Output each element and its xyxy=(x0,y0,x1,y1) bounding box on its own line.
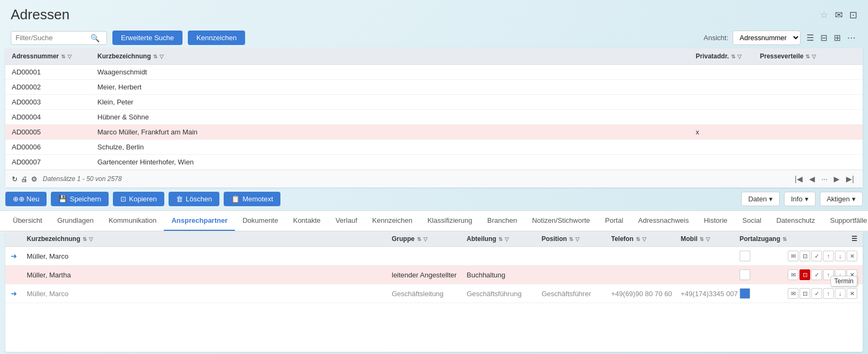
refresh-icon[interactable]: ↻ xyxy=(12,175,18,183)
kopieren-button[interactable]: ⊡ Kopieren xyxy=(113,192,164,206)
daten-button[interactable]: Daten ▾ xyxy=(741,192,780,206)
portal-checkbox-2[interactable] xyxy=(740,269,750,280)
aktigen-button[interactable]: Aktigen ▾ xyxy=(820,192,863,206)
window-icon[interactable]: ⊡ xyxy=(849,9,857,21)
tab-historie[interactable]: Historie xyxy=(696,211,735,231)
split-view-icon[interactable]: ⊞ xyxy=(832,31,842,44)
sort-icon-4[interactable]: ⇅ xyxy=(805,54,810,59)
next-page-btn[interactable]: ▶ xyxy=(832,174,842,184)
filter-icon-3[interactable]: ▽ xyxy=(737,54,742,59)
chevron-down-icon-2: ▾ xyxy=(805,195,809,203)
mail-icon[interactable]: ✉ xyxy=(835,9,843,21)
ellipsis: ··· xyxy=(819,174,830,184)
tab-social[interactable]: Social xyxy=(735,211,768,231)
row-arrow-icon-3[interactable]: ➜ xyxy=(11,289,17,298)
table-row[interactable]: AD00001 Waagenschmidt xyxy=(5,65,863,80)
action-delete-btn[interactable]: ✕ xyxy=(847,251,857,261)
action-down-btn-3[interactable]: ↓ xyxy=(835,288,846,299)
row-arrow-icon[interactable]: ➜ xyxy=(11,252,17,260)
sub-filter-icon[interactable]: ▽ xyxy=(89,236,93,242)
table-row[interactable]: AD00004 Hübner & Söhne xyxy=(5,110,863,125)
sub-sort-icon[interactable]: ⇅ xyxy=(82,236,87,242)
tab-adressnachweis[interactable]: Adressnachweis xyxy=(631,211,697,231)
tab-grundlagen[interactable]: Grundlagen xyxy=(50,211,101,231)
print-icon[interactable]: 🖨 xyxy=(21,175,28,183)
list-view-icon[interactable]: ☰ xyxy=(805,31,816,44)
action-check-btn[interactable]: ✓ xyxy=(811,251,822,261)
tab-supportfalle[interactable]: Supportfälle xyxy=(823,211,868,231)
tab-portal[interactable]: Portal xyxy=(598,211,631,231)
filter-icon[interactable]: ▽ xyxy=(67,54,72,59)
first-page-btn[interactable]: |◀ xyxy=(793,174,805,184)
prev-page-btn[interactable]: ◀ xyxy=(807,174,817,184)
sub-filter-icon-5[interactable]: ▽ xyxy=(642,236,646,242)
sub-sort-icon-3[interactable]: ⇅ xyxy=(498,236,502,242)
tab-verlauf[interactable]: Verlauf xyxy=(328,211,364,231)
portal-checkbox-3[interactable] xyxy=(740,288,750,299)
action-delete-btn-3[interactable]: ✕ xyxy=(847,288,857,299)
action-check-btn-2[interactable]: ✓ xyxy=(811,269,822,280)
last-page-btn[interactable]: ▶| xyxy=(844,174,856,184)
sub-cell-actions: ✉ ⊡ ✓ ↑ ↓ ✕ xyxy=(793,251,857,261)
action-up-btn-3[interactable]: ↑ xyxy=(823,288,834,299)
sub-sort-icon-2[interactable]: ⇅ xyxy=(417,236,421,242)
action-down-btn[interactable]: ↓ xyxy=(835,251,846,261)
sub-filter-icon-3[interactable]: ▽ xyxy=(505,236,509,242)
neu-button[interactable]: ⊕ ⊕ Neu xyxy=(5,192,47,206)
table-row-selected[interactable]: AD00005 Marco Müller, Frankfurt am Main … xyxy=(5,125,863,140)
sub-filter-icon-4[interactable]: ▽ xyxy=(575,236,580,242)
erweiterte-suche-button[interactable]: Erweiterte Suche xyxy=(112,31,182,45)
action-mail-btn-3[interactable]: ✉ xyxy=(788,288,798,299)
action-mail-btn-2[interactable]: ✉ xyxy=(788,269,798,280)
action-copy-btn[interactable]: ⊡ xyxy=(800,251,810,261)
action-copy-btn-2[interactable]: ⊡ xyxy=(800,269,810,280)
table-row[interactable]: AD00007 Gartencenter Hinterhofer, Wien xyxy=(5,155,863,170)
sub-row-highlighted[interactable]: Müller, Martha leitender Angestellter Bu… xyxy=(5,266,863,284)
table-row[interactable]: AD00006 Schulze, Berlin xyxy=(5,140,863,155)
speichern-button[interactable]: 💾 Speichern xyxy=(51,192,109,206)
loeschen-button[interactable]: 🗑 Löschen xyxy=(169,192,219,206)
ansicht-select[interactable]: Adressnummer xyxy=(733,31,801,45)
sub-sort-icon-6[interactable]: ⇅ xyxy=(699,236,704,242)
table-row[interactable]: AD00003 Klein, Peter xyxy=(5,95,863,110)
column-settings-icon[interactable]: ☰ xyxy=(851,235,857,243)
tab-notizen[interactable]: Notizen/Stichworte xyxy=(524,211,597,231)
action-copy-btn-3[interactable]: ⊡ xyxy=(800,288,810,299)
tab-kommunikation[interactable]: Kommunikation xyxy=(101,211,164,231)
portal-checkbox[interactable] xyxy=(740,251,750,261)
search-input[interactable] xyxy=(16,34,90,42)
sub-sort-icon-5[interactable]: ⇅ xyxy=(636,236,640,242)
table-row[interactable]: AD00002 Meier, Herbert xyxy=(5,80,863,95)
sub-row-3[interactable]: ➜ Müller, Marco Geschäftsleitung Geschäf… xyxy=(5,284,863,303)
star-icon[interactable]: ☆ xyxy=(820,9,828,21)
action-mail-btn[interactable]: ✉ xyxy=(788,251,798,261)
tab-datenschutz[interactable]: Datenschutz xyxy=(769,211,823,231)
action-up-btn[interactable]: ↑ xyxy=(823,251,834,261)
tab-ansprechpartner[interactable]: Ansprechpartner xyxy=(164,211,235,231)
sub-col-telefon-header: Telefon ⇅ ▽ xyxy=(611,235,681,243)
filter-icon-4[interactable]: ▽ xyxy=(812,54,816,59)
table-view-icon[interactable]: ⊟ xyxy=(819,31,829,44)
tab-dokumente[interactable]: Dokumente xyxy=(235,211,285,231)
tab-ubersicht[interactable]: Übersicht xyxy=(5,211,50,231)
tab-branchen[interactable]: Branchen xyxy=(480,211,525,231)
sub-filter-icon-6[interactable]: ▽ xyxy=(706,236,710,242)
sub-filter-icon-2[interactable]: ▽ xyxy=(423,236,428,242)
filter-icon-2[interactable]: ▽ xyxy=(159,54,164,59)
sub-sort-icon-4[interactable]: ⇅ xyxy=(569,236,573,242)
tab-klassifizierung[interactable]: Klassifizierung xyxy=(420,211,480,231)
info-button[interactable]: Info ▾ xyxy=(784,192,816,206)
sort-icon-3[interactable]: ⇅ xyxy=(731,54,735,59)
action-check-btn-3[interactable]: ✓ xyxy=(811,288,822,299)
sub-row[interactable]: ➜ Müller, Marco ✉ ⊡ ✓ ↑ ↓ ✕ xyxy=(5,247,863,266)
tab-kontakte[interactable]: Kontakte xyxy=(286,211,328,231)
more-icon[interactable]: ⋯ xyxy=(846,31,857,44)
search-box[interactable]: 🔍 xyxy=(11,31,107,45)
settings-icon[interactable]: ⚙ xyxy=(31,175,37,183)
sort-icon[interactable]: ⇅ xyxy=(61,54,65,59)
sort-icon-2[interactable]: ⇅ xyxy=(153,54,157,59)
memotext-button[interactable]: 📋 Memotext xyxy=(224,192,280,206)
kennzeichen-button[interactable]: Kennzeichen xyxy=(188,31,245,45)
sub-sort-icon-7[interactable]: ⇅ xyxy=(782,236,787,242)
tab-kennzeichen[interactable]: Kennzeichen xyxy=(365,211,420,231)
